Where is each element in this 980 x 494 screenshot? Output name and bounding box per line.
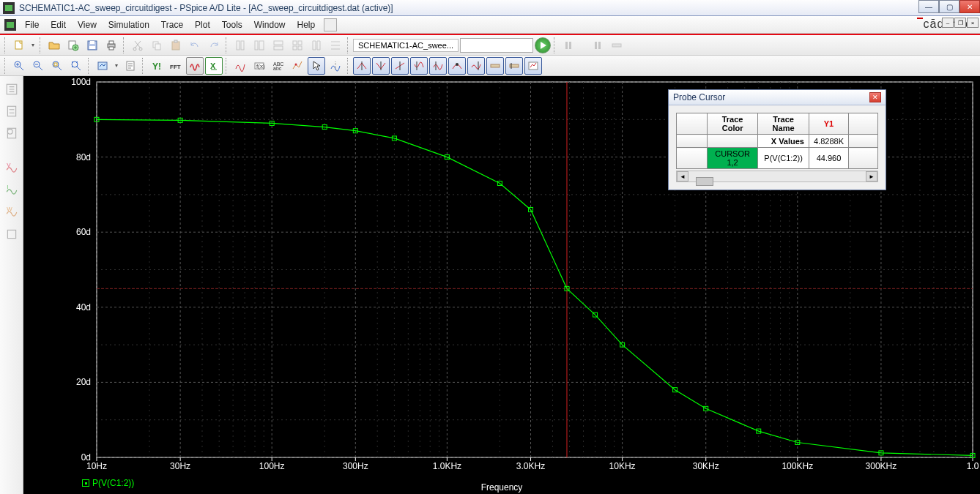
th-y1[interactable]: Y1 <box>809 113 849 135</box>
maximize-button[interactable]: ▢ <box>939 0 959 13</box>
xvalues-value: 4.8288K <box>809 135 849 148</box>
toggle-3-icon[interactable] <box>270 37 287 54</box>
svg-rect-0 <box>15 41 22 49</box>
menu-file[interactable]: File <box>19 18 45 31</box>
toggle-6-icon[interactable] <box>327 37 344 54</box>
sb-w-marker-icon[interactable]: W <box>3 203 21 221</box>
menu-extra-button[interactable] <box>324 18 337 31</box>
redo-icon[interactable] <box>205 37 223 54</box>
cursor-max-icon[interactable] <box>429 57 447 75</box>
svg-text:100KHz: 100KHz <box>782 461 813 471</box>
plot-area[interactable]: 0d20d40d60d80d100d10Hz30Hz100Hz300Hz1.0K… <box>23 76 980 494</box>
zoom-fit-icon[interactable] <box>67 57 85 75</box>
cursor-next-icon[interactable] <box>467 57 485 75</box>
cursor-tool-icon[interactable] <box>308 57 325 75</box>
pause-sim-icon[interactable] <box>560 37 577 54</box>
sb-i-marker-icon[interactable]: I <box>3 181 21 199</box>
zoom-in-icon[interactable] <box>10 57 28 75</box>
cursor-slope-icon[interactable] <box>391 57 409 75</box>
toggle-5-icon[interactable] <box>308 37 325 54</box>
th-trace-color[interactable]: Trace Color <box>708 113 758 135</box>
active-tab-label[interactable]: SCHEMATIC1-AC_swee... <box>353 39 459 52</box>
menu-edit[interactable]: Edit <box>45 18 72 31</box>
mdi-close-button[interactable]: × <box>967 18 979 28</box>
svg-text:10KHz: 10KHz <box>609 461 636 471</box>
app-menu-icon[interactable] <box>4 19 16 31</box>
append-file-icon[interactable] <box>64 37 82 54</box>
add-trace-icon[interactable] <box>231 57 249 75</box>
cursor-prev-icon[interactable] <box>505 57 523 75</box>
sb-db-marker-icon[interactable] <box>3 225 21 243</box>
open-folder-icon[interactable] <box>45 37 63 54</box>
excel-export-icon[interactable]: X <box>205 57 223 75</box>
new-file-icon[interactable] <box>10 37 28 54</box>
svg-rect-19 <box>274 41 283 45</box>
y1-value: 44.960 <box>809 148 849 169</box>
cursor-display-icon[interactable] <box>524 57 542 75</box>
cursor-min-icon[interactable] <box>410 57 428 75</box>
mark-points-icon[interactable] <box>289 57 306 75</box>
sb-output-icon[interactable] <box>3 124 21 142</box>
menu-trace[interactable]: Trace <box>155 18 189 31</box>
sb-netlist-icon[interactable] <box>3 102 21 120</box>
eval-goal-icon[interactable]: f(x) <box>250 57 268 75</box>
x-axis-label: Frequency <box>481 482 523 493</box>
save-icon[interactable] <box>83 37 101 54</box>
close-button[interactable]: ✕ <box>959 0 980 13</box>
text-label-icon[interactable]: ABCabc <box>270 57 287 75</box>
record-sim-icon[interactable] <box>608 37 626 54</box>
trace-legend[interactable]: P(V(C1:2)) <box>82 478 134 488</box>
cursor-point-icon[interactable] <box>448 57 466 75</box>
th-trace-name[interactable]: Trace Name <box>758 113 809 135</box>
toggle-1-icon[interactable] <box>231 37 249 54</box>
svg-text:W: W <box>7 206 12 212</box>
probe-close-icon[interactable]: ✕ <box>869 92 881 102</box>
svg-rect-25 <box>565 42 568 49</box>
text-results-icon[interactable] <box>122 57 139 75</box>
menu-help[interactable]: Help <box>291 18 321 31</box>
cursor-trough-icon[interactable] <box>372 57 390 75</box>
print-icon[interactable] <box>103 37 120 54</box>
zoom-area-icon[interactable] <box>48 57 66 75</box>
svg-text:1.0KHz: 1.0KHz <box>433 461 461 471</box>
stop-sim-icon[interactable] <box>589 37 606 54</box>
mdi-minimize-button[interactable]: – <box>942 18 954 28</box>
cursor-peak-icon[interactable] <box>353 57 371 75</box>
toggle-2-icon[interactable] <box>250 37 268 54</box>
svg-rect-22 <box>298 41 302 45</box>
log-dropdown-icon[interactable]: ▾ <box>113 62 120 69</box>
sb-v-marker-icon[interactable]: V <box>3 160 21 177</box>
probe-scrollbar[interactable]: ◄ ► <box>676 171 878 182</box>
simulation-input[interactable] <box>460 38 533 53</box>
waveform-icon[interactable] <box>186 57 204 75</box>
y-axis-icon[interactable]: Y! <box>148 57 166 75</box>
menu-window[interactable]: Window <box>248 18 292 31</box>
probe-title[interactable]: Probe Cursor ✕ <box>669 90 886 105</box>
sb-schematic-icon[interactable] <box>3 81 21 98</box>
svg-text:300KHz: 300KHz <box>866 461 897 471</box>
toggle-cursor-icon[interactable] <box>327 57 344 75</box>
scroll-right-icon[interactable]: ► <box>866 171 877 181</box>
zoom-out-icon[interactable] <box>29 57 47 75</box>
menu-tools[interactable]: Tools <box>216 18 248 31</box>
menu-simulation[interactable]: Simulation <box>103 18 155 31</box>
probe-cursor-panel[interactable]: Probe Cursor ✕ Trace Color Trace Name Y1… <box>668 89 886 190</box>
scroll-thumb[interactable] <box>696 177 713 186</box>
run-button[interactable] <box>535 37 551 53</box>
cursor-search-icon[interactable] <box>486 57 504 75</box>
log-toggle-icon[interactable] <box>94 57 111 75</box>
new-dropdown-icon[interactable]: ▾ <box>29 42 37 48</box>
copy-icon[interactable] <box>148 37 166 54</box>
scroll-left-icon[interactable]: ◄ <box>677 171 688 181</box>
fft-icon[interactable]: FFT <box>167 57 185 75</box>
cut-icon[interactable] <box>129 37 146 54</box>
undo-icon[interactable] <box>186 37 204 54</box>
mdi-restore-button[interactable]: ❐ <box>954 18 966 28</box>
minimize-button[interactable]: — <box>918 0 939 13</box>
menu-plot[interactable]: Plot <box>189 18 216 31</box>
toggle-4-icon[interactable] <box>289 37 306 54</box>
cursor-cell[interactable]: CURSOR 1,2 <box>708 148 758 169</box>
menu-view[interactable]: View <box>72 18 103 31</box>
paste-icon[interactable] <box>167 37 185 54</box>
svg-rect-15 <box>237 41 240 50</box>
